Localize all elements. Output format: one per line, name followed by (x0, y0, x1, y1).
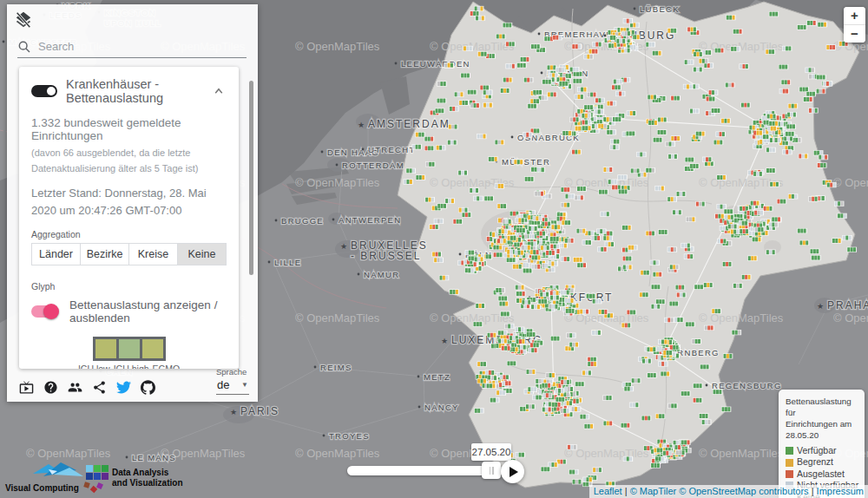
svg-text:- BRUSSEL: - BRUSSEL (351, 250, 421, 262)
svg-text:REIMS: REIMS (320, 363, 352, 372)
attribution-separator: | (809, 486, 817, 496)
timeline-date-tooltip: 27.05.20 (471, 443, 511, 461)
last-update: Letzter Stand: Donnerstag, 28. Mai 2020 … (31, 185, 227, 219)
svg-text:AMSTERDAM: AMSTERDAM (368, 118, 450, 130)
svg-text:LILLE: LILLE (274, 258, 301, 267)
city-label-namur: NAMUR (358, 270, 400, 279)
aggregation-option-länder[interactable]: Länder (31, 243, 81, 265)
aggregation-option-bezirke[interactable]: Bezirke (80, 243, 129, 265)
share-icon[interactable] (92, 380, 107, 395)
timeline-play-button[interactable] (501, 460, 524, 483)
tile-watermark: © OpenMapTiles (833, 176, 868, 189)
city-label-utrecht: UTRECHT (362, 145, 416, 154)
svg-text:★: ★ (230, 408, 237, 416)
search-input[interactable] (36, 39, 247, 54)
city-label-le mans: LE MANS (126, 453, 176, 462)
city-label-leeuwarden: LEEUWARDEN (395, 59, 470, 69)
tile-watermark: © OpenMapTiles (833, 311, 868, 324)
team-icon[interactable] (68, 380, 82, 395)
svg-text:MÜNSTER: MÜNSTER (502, 157, 550, 167)
city-label-nancy: NANCY (418, 403, 459, 412)
attribution-link[interactable]: Leaflet (594, 486, 622, 496)
layers-off-icon[interactable] (14, 10, 36, 33)
control-panel: Krankenhäuser - Bettenauslastung 1.332 b… (7, 4, 258, 402)
glyph-label: Glyph (31, 281, 227, 292)
glyph-toggle-label: Bettenauslastung anzeigen / ausblenden (69, 298, 227, 324)
collapse-chevron-icon[interactable] (211, 83, 227, 99)
dav-logo: Data Analysis and Visualization (83, 462, 183, 495)
aggregation-button-group: LänderBezirkeKreiseKeine (31, 243, 227, 265)
city-label-lübeck: LÜBECK (634, 4, 680, 14)
tile-watermark: © OpenMapTiles (26, 447, 111, 460)
dav-label-line1: Data Analysis (112, 468, 183, 478)
city-label-bruxelles: ★BRUXELLES- BRUSSEL (340, 239, 428, 263)
tile-watermark: © OpenMapTiles (295, 40, 380, 53)
layer-toggle[interactable] (31, 85, 57, 97)
svg-text:REGENSBURG: REGENSBURG (712, 381, 782, 390)
svg-text:BRUGGE: BRUGGE (281, 216, 324, 226)
glyph-cell-ecmo (142, 339, 163, 358)
map-legend-item: Verfügbar (786, 445, 861, 456)
attribution-separator: | (622, 486, 630, 496)
tile-watermark: © OpenMapTiles (295, 311, 380, 324)
timeline-track[interactable] (347, 466, 503, 475)
map-zoom-control: + − (844, 7, 865, 43)
language-label: Sprache (216, 367, 249, 377)
zoom-out-button[interactable]: − (844, 25, 865, 43)
glyph-visibility-toggle[interactable] (31, 305, 57, 318)
svg-text:NAMUR: NAMUR (364, 270, 399, 279)
svg-text:NANCY: NANCY (424, 403, 459, 412)
city-label-rotterdam: ROTTERDAM (336, 161, 404, 170)
city-label-brugge: BRUGGE (275, 216, 324, 226)
language-select[interactable]: Sprache de ▼ (216, 367, 249, 395)
dav-logo-mark (83, 462, 109, 495)
legend-title-line2: Einrichtungen am 28.05.20 (786, 418, 861, 441)
legend-title-line1: Bettenauslastung für (786, 396, 861, 418)
svg-text:LEEUWARDEN: LEEUWARDEN (401, 59, 470, 69)
dav-label-line2: and Visualization (112, 478, 183, 488)
svg-text:METZ: METZ (424, 372, 450, 382)
help-icon[interactable] (43, 380, 58, 395)
svg-text:★: ★ (358, 121, 365, 129)
video-tutorial-icon[interactable] (19, 380, 34, 395)
city-label-troyes: TROYES (323, 431, 370, 441)
map-legend-box: Bettenauslastung für Einrichtungen am 28… (779, 390, 865, 498)
panel-footer: Sprache de ▼ (19, 367, 249, 395)
glyph-cell-icu-low (95, 339, 116, 358)
attribution-link[interactable]: © OpenStreetMap contributors (679, 486, 808, 496)
svg-text:★: ★ (817, 302, 824, 311)
svg-text:ROTTERDAM: ROTTERDAM (342, 161, 404, 170)
visual-computing-logo: Visual Computing (5, 463, 95, 493)
aggregation-option-keine[interactable]: Keine (177, 243, 227, 265)
city-label-reims: REIMS (314, 363, 352, 372)
panel-scrollbar[interactable] (249, 81, 253, 275)
aggregation-option-kreise[interactable]: Kreise (128, 243, 178, 265)
tile-watermark: © OpenMapTiles (699, 447, 784, 460)
glyph-preview: ICU lowICU highECMO (31, 337, 227, 369)
svg-text:PARIS: PARIS (240, 405, 279, 417)
visual-computing-logo-mark (31, 460, 87, 481)
glyph-cell-icu-high (119, 339, 140, 358)
search-field[interactable] (17, 39, 247, 58)
svg-text:LÜBECK: LÜBECK (640, 4, 680, 14)
tile-watermark: © OpenMapTiles (295, 176, 380, 189)
visual-computing-label: Visual Computing (5, 483, 79, 493)
attribution-link[interactable]: Impressum (817, 486, 864, 496)
svg-text:PRAHA: PRAHA (827, 299, 868, 311)
svg-text:TROYES: TROYES (329, 431, 370, 441)
chevron-down-icon: ▼ (241, 381, 248, 389)
map-legend-item: Ausgelastet (786, 469, 861, 480)
map-attribution: Leaflet | © MapTiler © OpenStreetMap con… (589, 485, 868, 498)
github-icon[interactable] (141, 380, 155, 395)
svg-text:LE MANS: LE MANS (132, 453, 176, 462)
city-label-antwerpen: ANTWERPEN (332, 215, 402, 225)
twitter-icon[interactable] (116, 380, 131, 395)
search-icon (17, 40, 31, 54)
hospital-layer-card: Krankenhäuser - Bettenauslastung 1.332 b… (19, 67, 239, 369)
zoom-in-button[interactable]: + (844, 7, 865, 24)
timeline-handle[interactable] (482, 462, 501, 479)
svg-text:★: ★ (441, 337, 448, 345)
language-value: de (217, 378, 229, 391)
attribution-link[interactable]: © MapTiler (630, 486, 680, 496)
tile-watermark: © OpenMapTiles (295, 447, 380, 460)
